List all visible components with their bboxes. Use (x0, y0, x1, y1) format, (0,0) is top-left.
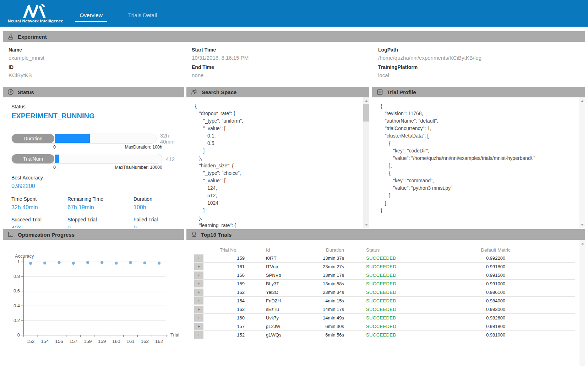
expand-row-button[interactable]: + (194, 331, 203, 339)
duration-cell: 13min 37s (305, 255, 344, 261)
top10-table-body: +159t0I7T13min 37sSUCCEEDED0.992200+161I… (194, 254, 575, 339)
table-row: +160Uvk7y14min 49sSUCCEEDED0.982600 (194, 314, 575, 322)
svg-text:Accuracy: Accuracy (15, 254, 34, 259)
nav-tabs: Overview Trials Detail (75, 12, 161, 22)
trial-profile-code-area[interactable]: { "revision": 11768, "authorName": "defa… (372, 97, 585, 228)
expand-row-button[interactable]: + (194, 289, 203, 296)
svg-text:0.4: 0.4 (13, 303, 20, 308)
field-label: End Time (192, 64, 378, 70)
trial-profile-json: { "revision": 11768, "authorName": "defa… (381, 102, 579, 214)
trial-id-cell: Uvk7y (266, 315, 305, 321)
table-row: +162sEzTu14min 17sSUCCEEDED0.983000 (194, 305, 575, 314)
top10-table-header: Trial No. Id Duration Status Default Met… (194, 246, 575, 254)
field-label: Name (9, 47, 192, 53)
trial-profile-section-title: Trial Profile (387, 89, 416, 95)
optimization-section-title: Optimization Progress (18, 232, 75, 238)
svg-text:152: 152 (27, 339, 35, 344)
trial-no-cell: 159 (213, 281, 245, 286)
log-path-value: /home/quzha/nni/experiments/KCiBytKB/log (378, 55, 588, 61)
status-cell: SUCCEEDED (366, 307, 437, 312)
duration-progress-fill (55, 134, 90, 143)
scroll-up-arrow-icon[interactable] (579, 98, 585, 104)
expand-row-button[interactable]: + (194, 254, 203, 262)
status-label: Status (11, 104, 184, 109)
search-space-scrollbar[interactable] (363, 97, 369, 228)
duration-cell: 14min 17s (305, 307, 344, 312)
table-row: +156SPNVb13min 17sSUCCEEDED0.991500 (194, 271, 575, 280)
trial-no-cell: 159 (213, 255, 245, 261)
status-cell: SUCCEEDED (366, 290, 437, 295)
flask-icon (7, 33, 14, 40)
experiment-info-col-2: Start Time 10/31/2018, 8:16:15 PM End Ti… (192, 47, 378, 82)
default-metric-cell: 0.991000 (437, 281, 554, 286)
table-row: +152g1WQs6min 56sSUCCEEDED0.981000 (194, 331, 575, 339)
gauge-icon (7, 89, 14, 95)
duration-progress-track: Duration (11, 134, 157, 144)
duration-current-value: 32h 40min (160, 133, 184, 145)
field-label: LogPath (378, 47, 588, 53)
json-code-line: }, (195, 214, 363, 222)
json-code-line: ] (381, 199, 579, 207)
expand-row-button[interactable]: + (194, 297, 203, 305)
json-code-line: "learning_rate": { (195, 222, 363, 228)
status-cell: SUCCEEDED (366, 298, 437, 303)
trialnum-progress-track: TrialNum (11, 154, 162, 164)
optimization-section-bar: Optimization Progress (3, 229, 184, 240)
duration-max: MaxDuration: 100h (125, 145, 162, 150)
tab-trials-detail[interactable]: Trials Detail (124, 12, 161, 22)
scroll-up-arrow-icon[interactable] (363, 98, 369, 104)
trialnum-current-value: 412 (166, 156, 175, 162)
duration-progress: Duration 32h 40min (11, 134, 184, 144)
json-code-line: } (381, 192, 579, 199)
metric-time-spent: Time Spent32h 40min (11, 196, 67, 211)
scroll-down-arrow-icon[interactable] (579, 364, 585, 366)
metric-remaining-time: Remaining Time67h 19min (67, 196, 134, 211)
expand-row-button[interactable]: + (194, 263, 203, 270)
expand-row-button[interactable]: + (194, 314, 203, 322)
json-code-line: } (381, 207, 579, 214)
expand-row-button[interactable]: + (194, 271, 203, 279)
column-header-trial-no: Trial No. (213, 247, 245, 253)
json-code-line: "trialConcurrency": 1, (381, 125, 579, 132)
duration-cell: 4min 15s (305, 298, 344, 303)
experiment-id-value: KCiBytKB (9, 72, 192, 78)
network-icon (191, 89, 198, 95)
default-metric-cell: 0.991800 (437, 264, 554, 269)
trial-no-cell: 152 (213, 332, 245, 338)
top10-scrollbar[interactable] (579, 240, 585, 366)
top10-section-bar: Top10 Trials (186, 229, 585, 240)
top10-table-area: Trial No. Id Duration Status Default Met… (186, 240, 585, 366)
json-code-line: "clusterMetaData": [ (381, 132, 579, 140)
trial-no-cell: 154 (213, 298, 245, 303)
start-time-value: 10/31/2018, 8:16:15 PM (192, 55, 378, 61)
search-space-json: { "dropout_rate": { "_type": "uniform", … (195, 102, 363, 228)
search-space-section-title: Search Space (202, 89, 236, 95)
json-code-line: "revision": 11768, (381, 110, 579, 117)
column-header-status: Status (366, 247, 437, 253)
expand-row-button[interactable]: + (194, 323, 203, 330)
trial-profile-scrollbar[interactable] (579, 97, 585, 228)
experiment-info-col-1: Name example_mnist ID KCiBytKB (9, 47, 192, 82)
scroll-up-arrow-icon[interactable] (579, 241, 585, 246)
duration-progress-label: Duration (12, 134, 54, 143)
svg-text:1: 1 (17, 259, 20, 264)
top10-section-title: Top10 Trials (201, 232, 232, 238)
search-space-panel: Search Space { "dropout_rate": { "_type"… (186, 87, 369, 228)
tab-overview[interactable]: Overview (75, 12, 107, 22)
default-metric-cell: 0.982600 (437, 315, 554, 321)
scroll-down-arrow-icon[interactable] (363, 222, 369, 227)
json-code-line: 124, (195, 184, 363, 192)
search-space-code-area[interactable]: { "dropout_rate": { "_type": "uniform", … (186, 97, 369, 228)
trial-no-cell: 160 (213, 315, 245, 321)
scrollbar-thumb[interactable] (363, 104, 369, 122)
field-label: ID (9, 64, 192, 70)
scroll-down-arrow-icon[interactable] (579, 222, 585, 227)
experiment-info: Name example_mnist ID KCiBytKB Start Tim… (0, 42, 588, 85)
trial-no-cell: 157 (213, 324, 245, 329)
metric-stopped-trial: Stopped Trial0 (67, 217, 134, 228)
json-code-line: "_value": [ (195, 125, 363, 132)
expand-row-button[interactable]: + (194, 280, 203, 287)
expand-row-button[interactable]: + (194, 306, 203, 313)
table-row: +157gL2JW6min 30sSUCCEEDED0.981800 (194, 322, 575, 331)
field-label: Start Time (192, 47, 378, 53)
